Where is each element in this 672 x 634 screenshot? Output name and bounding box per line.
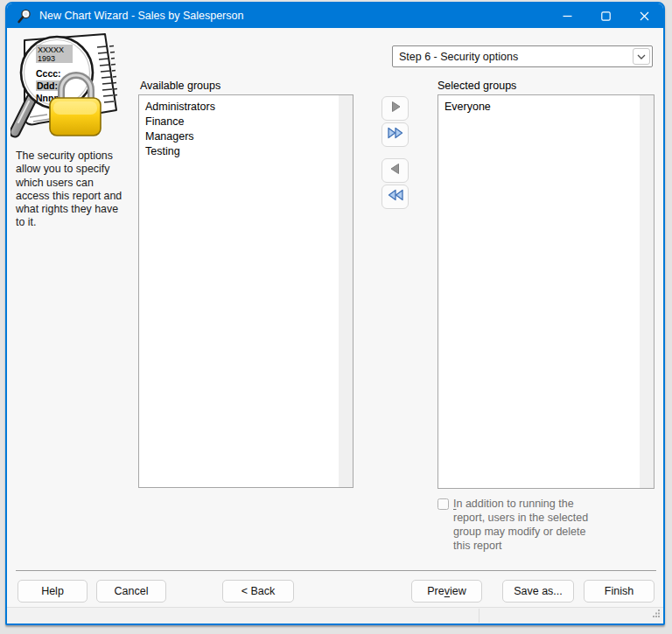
titlebar[interactable]: New Chart Wizard - Sales by Salesperson bbox=[7, 3, 663, 28]
maximize-icon[interactable] bbox=[586, 3, 625, 28]
security-description: The security options allow you to specif… bbox=[16, 150, 140, 230]
checkbox-label-line: group may modify or delete bbox=[453, 525, 641, 539]
move-left-button[interactable] bbox=[382, 158, 409, 183]
status-bar-divider bbox=[479, 609, 480, 623]
document-lock-magnifier-icon: XXXXX 1993 Cccc: Ddd: Nnnn bbox=[10, 31, 133, 147]
scrollbar-track[interactable] bbox=[339, 95, 353, 487]
finish-button[interactable]: Finish bbox=[584, 580, 654, 603]
selected-groups-list[interactable]: Everyone bbox=[438, 94, 654, 489]
close-icon[interactable] bbox=[625, 3, 663, 28]
resize-grip-icon[interactable] bbox=[652, 605, 661, 621]
description-line: The security options bbox=[16, 150, 140, 163]
checkbox-label-line: In addition to running the bbox=[453, 497, 641, 511]
list-item[interactable]: Everyone bbox=[438, 100, 639, 115]
available-groups-list[interactable]: Administrators Finance Managers Testing bbox=[138, 94, 354, 488]
list-item[interactable]: Finance bbox=[139, 115, 338, 129]
description-line: which users can bbox=[16, 177, 140, 190]
help-button[interactable]: Help bbox=[18, 580, 88, 603]
available-groups-label: Available groups bbox=[140, 80, 220, 92]
modify-checkbox-label[interactable]: In addition to running the report, users… bbox=[453, 497, 641, 553]
description-line: to it. bbox=[16, 216, 140, 229]
scrollbar-track[interactable] bbox=[640, 95, 654, 488]
double-arrow-left-icon bbox=[387, 188, 404, 206]
magnified-text: 1993 bbox=[38, 54, 55, 63]
step-selector-value: Step 6 - Security options bbox=[399, 51, 518, 63]
description-line: what rights they have bbox=[16, 203, 140, 216]
arrow-left-icon bbox=[388, 162, 402, 179]
window-title: New Chart Wizard - Sales by Salesperson bbox=[39, 10, 243, 22]
checkbox-label-line: report, users in the selected bbox=[453, 511, 641, 525]
magnifier-icon bbox=[17, 9, 32, 24]
step-selector[interactable]: Step 6 - Security options bbox=[392, 45, 653, 67]
save-as-button[interactable]: Save as... bbox=[502, 580, 574, 603]
magnified-text: Cccc: bbox=[36, 68, 61, 79]
arrow-right-icon bbox=[388, 100, 402, 117]
selected-groups-label: Selected groups bbox=[438, 80, 516, 92]
wizard-content: XXXXX 1993 Cccc: Ddd: Nnnn The security … bbox=[7, 28, 663, 624]
description-line: access this report and bbox=[16, 190, 140, 203]
chevron-down-icon[interactable] bbox=[633, 48, 650, 65]
double-arrow-right-icon bbox=[387, 126, 404, 143]
cancel-button[interactable]: Cancel bbox=[96, 580, 166, 603]
minimize-icon[interactable] bbox=[548, 3, 586, 28]
back-button[interactable]: < Back bbox=[222, 580, 294, 603]
move-all-left-button[interactable] bbox=[382, 185, 409, 209]
status-bar bbox=[7, 607, 663, 624]
modify-delete-checkbox[interactable] bbox=[438, 498, 449, 510]
magnified-text: Ddd: bbox=[37, 80, 58, 91]
move-right-button[interactable] bbox=[382, 96, 409, 121]
move-all-right-button[interactable] bbox=[382, 122, 409, 147]
magnified-text: XXXXX bbox=[38, 45, 64, 54]
list-item[interactable]: Testing bbox=[139, 144, 338, 159]
footer-separator bbox=[16, 570, 656, 571]
description-line: allow you to specify bbox=[16, 163, 140, 176]
preview-button[interactable]: Preview bbox=[411, 580, 482, 603]
list-item[interactable]: Administrators bbox=[139, 100, 338, 115]
checkbox-label-line: this report bbox=[453, 539, 641, 553]
list-item[interactable]: Managers bbox=[139, 129, 338, 144]
wizard-window: New Chart Wizard - Sales by Salesperson bbox=[5, 2, 665, 625]
